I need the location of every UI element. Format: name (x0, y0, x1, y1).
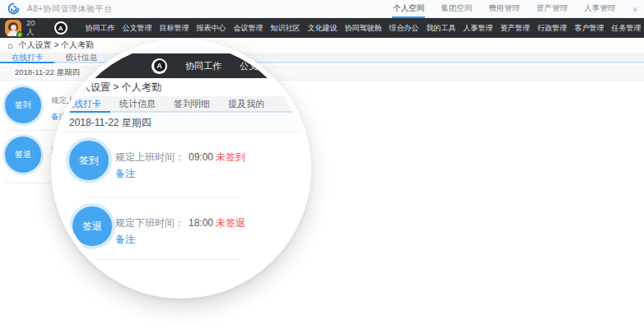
mag-checkout-rule: 规定下班时间：18:00 (115, 216, 213, 230)
mag-checkout-status: 未签退 (216, 216, 245, 230)
top-menu-asset[interactable]: 资产管理 (535, 0, 568, 18)
mag-checkout-badge-label: 签退 (82, 220, 102, 234)
nav-item-my-tools[interactable]: 我的工具 (427, 23, 456, 34)
mag-tab-statistics: 统计信息 (110, 96, 165, 113)
user-count-label[interactable]: 20人 (26, 18, 35, 38)
mag-checkout-rule-label: 规定下班时间： (115, 217, 184, 229)
nav-item-goals[interactable]: 目标管理 (160, 23, 189, 34)
nav-item-official-doc[interactable]: 公文管理 (123, 23, 152, 34)
nav-item-hr[interactable]: 人事管理 (464, 23, 493, 34)
mag-checkout-note-link: 备注 (115, 233, 135, 247)
avatar-face (11, 25, 16, 30)
tab-online-punch[interactable]: 在线打卡 (0, 53, 54, 63)
tab-bar: 在线打卡 统计信息 签到明细 提及我的 (0, 53, 644, 63)
mag-checkin-rule-time: 09:00 (189, 151, 213, 163)
mag-row-divider (89, 197, 239, 197)
app-window: A8+协同管理体验平台 个人空间 集团空间 费用管理 资产管理 人事管理 ∨ ✓… (0, 0, 644, 329)
mag-checkout-badge: 签退 (72, 206, 112, 246)
breadcrumb-path[interactable]: 个人设置 > 个人考勤 (19, 39, 94, 51)
nav-menu: 协同工作 公文管理 目标管理 报表中心 会议管理 知识社区 文化建设 协同驾驶舱… (86, 23, 644, 34)
top-menu-expense[interactable]: 费用管理 (488, 0, 520, 18)
nav-item-knowledge[interactable]: 知识社区 (271, 23, 301, 34)
mag-row-divider (89, 259, 239, 260)
nav-item-customer[interactable]: 客户管理 (575, 23, 604, 34)
mag-breadcrumb-path: 个人设置 > 个人考勤 (71, 81, 161, 95)
nav-item-cockpit[interactable]: 协同驾驶舱 (345, 23, 382, 34)
mag-checkin-badge-label: 签到 (79, 154, 99, 168)
top-menu: 个人空间 集团空间 费用管理 资产管理 人事管理 ∨ (392, 0, 639, 18)
mag-checkin-rule-label: 规定上班时间： (115, 151, 184, 163)
magnifier-content: A 协同工作 公文管理 个人设置 > 个人考勤 在线打卡 统计信息 签到明细 提… (56, 44, 306, 294)
top-bar: A8+协同管理体验平台 个人空间 集团空间 费用管理 资产管理 人事管理 ∨ (0, 0, 644, 18)
checkout-badge[interactable]: 签退 (5, 137, 41, 173)
chevron-down-icon[interactable]: ∨ (631, 0, 639, 18)
mag-tab-bar: 在线打卡 统计信息 签到明细 提及我的 (56, 96, 306, 113)
mag-a8-brand-letter: A (154, 60, 166, 72)
checkin-badge-label: 签到 (15, 100, 31, 111)
mag-checkin-badge: 签到 (69, 141, 109, 180)
magnifier-overlay: A 协同工作 公文管理 个人设置 > 个人考勤 在线打卡 统计信息 签到明细 提… (51, 39, 311, 299)
mag-tab-checkin-detail: 签到明细 (165, 96, 219, 113)
tab-statistics[interactable]: 统计信息 (54, 53, 109, 63)
home-icon[interactable]: ⌂ (7, 41, 13, 49)
nav-item-reports[interactable]: 报表中心 (197, 23, 226, 34)
user-avatar[interactable]: ✓ (5, 20, 21, 36)
checkin-badge[interactable]: 签到 (5, 87, 41, 123)
mag-checkin-rule: 规定上班时间：09:00 (115, 151, 213, 164)
nav-item-meetings[interactable]: 会议管理 (234, 23, 264, 34)
breadcrumb: ⌂ 个人设置 > 个人考勤 (0, 38, 644, 53)
mag-checkin-status: 未签到 (216, 151, 245, 164)
a8-brand-letter: A (56, 23, 66, 33)
nav-item-asset[interactable]: 资产管理 (501, 23, 530, 34)
nav-item-tasks[interactable]: 任务管理 (612, 23, 642, 34)
top-menu-group-space[interactable]: 集团空间 (440, 0, 473, 18)
nav-item-admin[interactable]: 行政管理 (538, 23, 567, 34)
mag-breadcrumb: 个人设置 > 个人考勤 (56, 78, 306, 96)
seeyon-logo-icon (7, 2, 20, 15)
checkout-badge-label: 签退 (15, 149, 31, 160)
date-label: 2018-11-22 星期四 (15, 67, 80, 78)
nav-item-culture[interactable]: 文化建设 (308, 23, 338, 34)
nav-item-office[interactable]: 综合办公 (390, 23, 419, 34)
online-status-icon: ✓ (16, 31, 23, 38)
mag-checkout-rule-time: 18:00 (189, 217, 213, 229)
top-menu-personal-space[interactable]: 个人空间 (392, 0, 425, 18)
nav-item-collaboration[interactable]: 协同工作 (86, 23, 115, 34)
mag-date-header: 2018-11-22 星期四 (56, 114, 306, 132)
mag-tab-mentions: 提及我的 (219, 96, 273, 113)
top-menu-hr[interactable]: 人事管理 (583, 0, 616, 18)
app-title: A8+协同管理体验平台 (27, 3, 113, 15)
mag-checkin-note-link: 备注 (115, 167, 135, 181)
main-nav-bar: ✓ 20人 A 协同工作 公文管理 目标管理 报表中心 会议管理 知识社区 文化… (0, 18, 644, 38)
mag-a8-brand-icon: A (152, 58, 167, 74)
a8-brand-icon[interactable]: A (54, 21, 68, 35)
mag-date-label: 2018-11-22 星期四 (69, 116, 152, 130)
mag-nav-item-collaboration: 协同工作 (185, 60, 222, 72)
